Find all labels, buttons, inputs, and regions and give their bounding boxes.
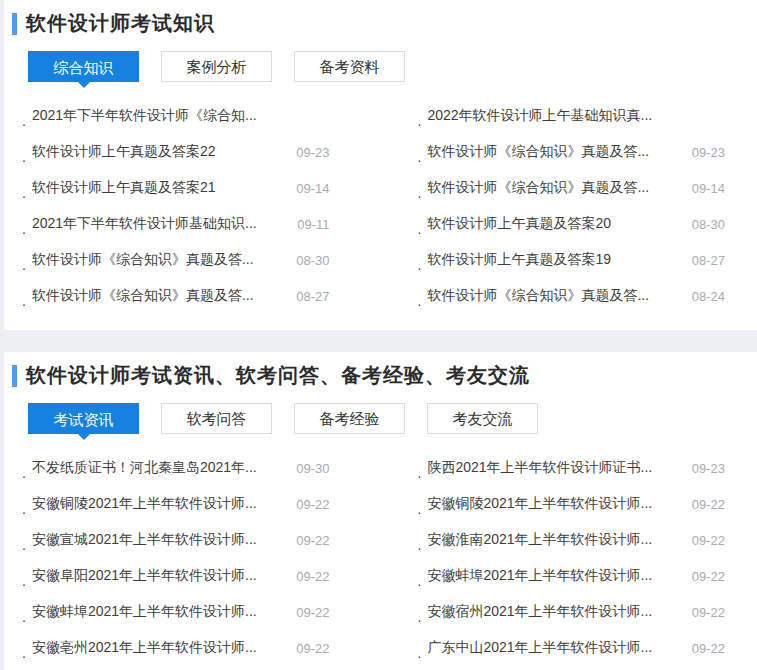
article-date: 09-22: [296, 497, 329, 512]
article-link[interactable]: 安徽宣城2021年上半年软件设计师...: [32, 531, 284, 549]
section-exam-knowledge: 软件设计师考试知识 综合知识 案例分析 备考资料 . 2021年下半年软件设计师…: [4, 0, 757, 330]
article-date: 09-22: [692, 533, 725, 548]
tab-prep-experience[interactable]: 备考经验: [294, 403, 405, 434]
section-header: 软件设计师考试资讯、软考问答、备考经验、考友交流: [4, 362, 757, 389]
list-item[interactable]: . 软件设计师上午真题及答案19 08-27: [418, 242, 726, 278]
bullet-dot: .: [418, 180, 422, 206]
article-column-right: . 2022年软件设计师上午基础知识真... . 软件设计师《综合知识》真题及答…: [418, 98, 726, 314]
article-link[interactable]: 陕西2021年上半年软件设计师证书...: [427, 459, 679, 477]
article-link[interactable]: 软件设计师《综合知识》真题及答...: [32, 251, 284, 269]
article-date: 09-22: [692, 569, 725, 584]
article-link[interactable]: 安徽亳州2021年上半年软件设计师...: [32, 639, 284, 657]
article-date: 09-14: [296, 181, 329, 196]
section-header: 软件设计师考试知识: [4, 10, 757, 37]
list-item[interactable]: . 安徽淮南2021年上半年软件设计师... 09-22: [418, 522, 726, 558]
list-item[interactable]: . 软件设计师《综合知识》真题及答... 08-27: [22, 278, 330, 314]
bullet-dot: .: [22, 568, 26, 594]
list-item[interactable]: . 安徽宣城2021年上半年软件设计师... 09-22: [22, 522, 330, 558]
bullet-dot: .: [22, 532, 26, 558]
bullet-dot: .: [418, 604, 422, 630]
bullet-dot: .: [22, 144, 26, 170]
bullet-dot: .: [418, 288, 422, 314]
article-date: 09-11: [297, 217, 329, 232]
tab-case-analysis[interactable]: 案例分析: [161, 51, 272, 82]
article-link[interactable]: 安徽宿州2021年上半年软件设计师...: [427, 603, 679, 621]
list-item[interactable]: . 软件设计师《综合知识》真题及答... 08-30: [22, 242, 330, 278]
article-date: 08-30: [296, 253, 329, 268]
article-link[interactable]: 安徽蚌埠2021年上半年软件设计师...: [427, 567, 679, 585]
list-item[interactable]: . 2022年软件设计师上午基础知识真...: [418, 98, 726, 134]
bullet-dot: .: [22, 604, 26, 630]
article-date: 08-27: [296, 289, 329, 304]
article-date: 08-24: [692, 289, 725, 304]
list-item[interactable]: . 安徽宿州2021年上半年软件设计师... 09-22: [418, 594, 726, 630]
article-date: 08-30: [692, 217, 725, 232]
article-link[interactable]: 安徽铜陵2021年上半年软件设计师...: [427, 495, 679, 513]
article-date: 09-22: [296, 533, 329, 548]
tab-comprehensive-knowledge[interactable]: 综合知识: [28, 51, 139, 82]
article-column-left: . 2021年下半年软件设计师《综合知... . 软件设计师上午真题及答案22 …: [22, 98, 330, 314]
article-list-grid: . 不发纸质证书！河北秦皇岛2021年... 09-30 . 安徽铜陵2021年…: [4, 450, 757, 666]
article-link[interactable]: 2021年下半年软件设计师基础知识...: [32, 215, 285, 233]
list-item[interactable]: . 安徽阜阳2021年上半年软件设计师... 09-22: [22, 558, 330, 594]
list-item[interactable]: . 安徽蚌埠2021年上半年软件设计师... 09-22: [418, 558, 726, 594]
bullet-dot: .: [418, 532, 422, 558]
article-link[interactable]: 2022年软件设计师上午基础知识真...: [427, 107, 713, 125]
article-link[interactable]: 软件设计师《综合知识》真题及答...: [427, 143, 679, 161]
article-link[interactable]: 安徽铜陵2021年上半年软件设计师...: [32, 495, 284, 513]
list-item[interactable]: . 安徽蚌埠2021年上半年软件设计师... 09-22: [22, 594, 330, 630]
article-link[interactable]: 安徽阜阳2021年上半年软件设计师...: [32, 567, 284, 585]
article-column-right: . 陕西2021年上半年软件设计师证书... 09-23 . 安徽铜陵2021年…: [418, 450, 726, 666]
article-list-grid: . 2021年下半年软件设计师《综合知... . 软件设计师上午真题及答案22 …: [4, 98, 757, 314]
list-item[interactable]: . 安徽铜陵2021年上半年软件设计师... 09-22: [22, 486, 330, 522]
tab-prep-materials[interactable]: 备考资料: [294, 51, 405, 82]
tab-bar: 综合知识 案例分析 备考资料: [4, 51, 757, 82]
article-link[interactable]: 软件设计师上午真题及答案22: [32, 143, 284, 161]
tab-exam-qa[interactable]: 软考问答: [161, 403, 272, 434]
article-link[interactable]: 软件设计师上午真题及答案21: [32, 179, 284, 197]
bullet-dot: .: [418, 640, 422, 666]
article-date: 08-27: [692, 253, 725, 268]
list-item[interactable]: . 安徽铜陵2021年上半年软件设计师... 09-22: [418, 486, 726, 522]
list-item[interactable]: . 陕西2021年上半年软件设计师证书... 09-23: [418, 450, 726, 486]
list-item[interactable]: . 安徽亳州2021年上半年软件设计师... 09-22: [22, 630, 330, 666]
list-item[interactable]: . 软件设计师《综合知识》真题及答... 09-14: [418, 170, 726, 206]
tab-exam-news[interactable]: 考试资讯: [28, 403, 139, 434]
article-date: 09-30: [296, 461, 329, 476]
list-item[interactable]: . 2021年下半年软件设计师基础知识... 09-11: [22, 206, 330, 242]
list-item[interactable]: . 软件设计师上午真题及答案22 09-23: [22, 134, 330, 170]
list-item[interactable]: . 软件设计师上午真题及答案20 08-30: [418, 206, 726, 242]
article-link[interactable]: 不发纸质证书！河北秦皇岛2021年...: [32, 459, 284, 477]
article-date: 09-23: [296, 145, 329, 160]
article-link[interactable]: 安徽蚌埠2021年上半年软件设计师...: [32, 603, 284, 621]
list-item[interactable]: . 不发纸质证书！河北秦皇岛2021年... 09-30: [22, 450, 330, 486]
article-link[interactable]: 软件设计师《综合知识》真题及答...: [32, 287, 284, 305]
bullet-dot: .: [22, 460, 26, 486]
article-link[interactable]: 2021年下半年软件设计师《综合知...: [32, 107, 318, 125]
article-date: 09-23: [692, 145, 725, 160]
article-link[interactable]: 软件设计师上午真题及答案20: [427, 215, 679, 233]
section-title: 软件设计师考试知识: [26, 10, 215, 37]
tab-bar: 考试资讯 软考问答 备考经验 考友交流: [4, 403, 757, 434]
bullet-dot: .: [418, 252, 422, 278]
bullet-dot: .: [22, 252, 26, 278]
article-link[interactable]: 软件设计师《综合知识》真题及答...: [427, 179, 679, 197]
list-item[interactable]: . 广东中山2021年上半年软件设计师... 09-22: [418, 630, 726, 666]
article-date: 09-22: [296, 605, 329, 620]
article-link[interactable]: 软件设计师上午真题及答案19: [427, 251, 679, 269]
list-item[interactable]: . 软件设计师《综合知识》真题及答... 09-23: [418, 134, 726, 170]
article-date: 09-22: [692, 497, 725, 512]
article-date: 09-22: [692, 605, 725, 620]
article-link[interactable]: 软件设计师《综合知识》真题及答...: [427, 287, 679, 305]
article-link[interactable]: 安徽淮南2021年上半年软件设计师...: [427, 531, 679, 549]
bullet-dot: .: [22, 640, 26, 666]
article-date: 09-22: [296, 641, 329, 656]
bullet-dot: .: [22, 216, 26, 242]
tab-candidate-exchange[interactable]: 考友交流: [427, 403, 538, 434]
list-item[interactable]: . 2021年下半年软件设计师《综合知...: [22, 98, 330, 134]
article-date: 09-14: [692, 181, 725, 196]
article-date: 09-22: [296, 569, 329, 584]
list-item[interactable]: . 软件设计师《综合知识》真题及答... 08-24: [418, 278, 726, 314]
article-link[interactable]: 广东中山2021年上半年软件设计师...: [427, 639, 679, 657]
list-item[interactable]: . 软件设计师上午真题及答案21 09-14: [22, 170, 330, 206]
